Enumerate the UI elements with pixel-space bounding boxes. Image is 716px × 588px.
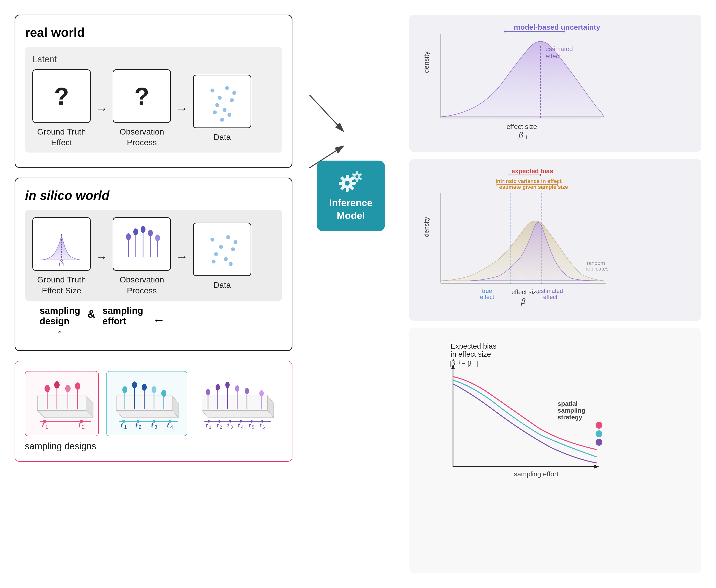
svg-point-41 — [65, 385, 70, 392]
svg-point-27 — [214, 252, 218, 256]
inference-model-box: InferenceModel — [317, 161, 385, 231]
insilico-ground-truth-item: β i Ground TruthEffect Size — [33, 217, 91, 296]
svg-rect-120 — [346, 188, 349, 192]
svg-point-115 — [345, 181, 350, 186]
svg-text:4: 4 — [170, 424, 173, 429]
svg-point-26 — [226, 235, 230, 239]
gear-icon — [334, 170, 368, 196]
real-data-box — [193, 75, 251, 128]
svg-rect-118 — [352, 182, 356, 185]
svg-point-28 — [231, 247, 235, 251]
svg-text:t: t — [259, 422, 261, 429]
svg-text:3: 3 — [154, 424, 157, 429]
svg-text:− β: − β — [462, 360, 471, 367]
svg-point-43 — [75, 382, 80, 390]
design-2: t 1 t 2 t 3 t 4 — [106, 371, 187, 436]
svg-text:1: 1 — [209, 425, 211, 429]
svg-text:2: 2 — [220, 425, 222, 429]
svg-text:true: true — [482, 288, 492, 294]
svg-text:random: random — [587, 260, 605, 266]
svg-text:2: 2 — [139, 424, 141, 429]
question-mark-2: ? — [134, 84, 149, 108]
latent-box: Latent ? Ground TruthEffect → ? — [25, 47, 282, 152]
svg-text:i: i — [528, 300, 530, 307]
svg-point-18 — [141, 226, 146, 233]
svg-point-14 — [126, 233, 131, 240]
svg-point-37 — [44, 385, 50, 392]
svg-text:replicates: replicates — [586, 266, 609, 272]
svg-text:t: t — [227, 422, 229, 429]
left-arrow: ← — [153, 306, 165, 327]
svg-text:expected bias: expected bias — [511, 169, 553, 175]
svg-rect-116 — [346, 175, 349, 178]
svg-text:1: 1 — [124, 424, 127, 429]
svg-point-1 — [218, 96, 222, 100]
uncertainty-svg: model-based uncertainty density estimate… — [421, 24, 604, 141]
svg-text:i: i — [475, 360, 476, 366]
svg-point-185 — [595, 439, 603, 446]
svg-rect-129 — [356, 180, 358, 182]
real-world-process-row: ? Ground TruthEffect → ? ObservationProc… — [33, 69, 275, 148]
svg-point-97 — [250, 420, 253, 423]
svg-marker-78 — [202, 396, 268, 411]
svg-point-57 — [132, 381, 137, 388]
sampling-label-area: samplingdesign ↑ & samplingeffort ← — [40, 306, 282, 341]
design-3-svg: t 1 t 2 t 3 t 4 t 5 t 6 — [199, 376, 277, 430]
insilico-data-box — [193, 223, 251, 276]
svg-text:sampling effort: sampling effort — [514, 470, 559, 478]
real-data-scatter — [198, 78, 247, 125]
arrow-1: → — [96, 102, 108, 115]
question-mark-1: ? — [54, 84, 69, 108]
insilico-obs-item: ObservationProcess — [113, 217, 171, 296]
svg-point-16 — [133, 228, 138, 235]
svg-text:4: 4 — [241, 425, 244, 429]
curve-chart: Expected bias in effect size |β̂ i − β i… — [409, 328, 701, 573]
svg-text:i: i — [459, 360, 460, 366]
svg-point-85 — [225, 382, 230, 388]
svg-text:6: 6 — [262, 425, 265, 429]
svg-point-0 — [210, 88, 214, 92]
svg-point-59 — [142, 384, 147, 391]
ground-truth-dist: β i — [36, 221, 87, 267]
design-1-svg: t 1 t 2 — [30, 376, 93, 430]
svg-point-91 — [259, 390, 264, 397]
observation-spikes — [116, 221, 167, 267]
bias-chart: expected bias intrinsic variance in effe… — [409, 159, 701, 321]
svg-point-30 — [234, 240, 237, 244]
observation-box: ? — [113, 69, 171, 123]
svg-text:t: t — [249, 422, 251, 429]
inference-model-label: InferenceModel — [329, 196, 373, 222]
svg-text:intrinsic variance in effect: intrinsic variance in effect — [496, 178, 562, 184]
svg-text:effect: effect — [480, 294, 494, 300]
sampling-design-label: samplingdesign — [40, 306, 80, 327]
svg-point-24 — [210, 238, 214, 241]
svg-point-20 — [148, 230, 153, 236]
svg-point-89 — [245, 388, 249, 394]
in-silico-label: in silico world — [25, 188, 282, 203]
svg-point-95 — [229, 420, 231, 423]
insilico-ground-truth-label: Ground TruthEffect Size — [37, 274, 86, 296]
svg-text:β: β — [519, 130, 523, 139]
svg-point-6 — [232, 91, 236, 95]
arrow-4: → — [176, 250, 188, 264]
svg-line-111 — [310, 95, 343, 131]
insilico-obs-box — [113, 217, 171, 271]
svg-point-87 — [235, 385, 239, 392]
right-charts-column: model-based uncertainty density estimate… — [409, 15, 701, 573]
svg-point-9 — [220, 118, 224, 122]
insilico-obs-label: ObservationProcess — [120, 274, 164, 296]
svg-text:i: i — [526, 134, 527, 140]
svg-text:5: 5 — [252, 425, 254, 429]
sampling-design-col: samplingdesign ↑ — [40, 306, 80, 341]
svg-point-183 — [595, 422, 603, 429]
sampling-designs-label: sampling designs — [25, 441, 282, 451]
middle-column: InferenceModel — [302, 15, 399, 573]
ampersand: & — [88, 306, 96, 320]
svg-text:t: t — [206, 422, 208, 429]
svg-point-25 — [219, 245, 223, 249]
svg-text:strategy: strategy — [557, 414, 583, 421]
sampling-designs-box: t 1 t 2 — [15, 361, 292, 462]
svg-point-63 — [161, 390, 166, 397]
svg-point-32 — [229, 262, 233, 266]
worlds-column: real world Latent ? Ground TruthEffect → — [15, 15, 292, 573]
